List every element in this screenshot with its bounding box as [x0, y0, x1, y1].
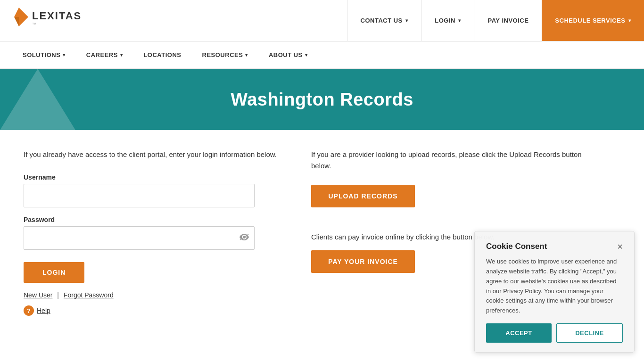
username-group: Username: [24, 173, 283, 207]
locations-nav[interactable]: LOCATIONS: [135, 41, 190, 68]
hero-bg-shape: [0, 69, 75, 130]
cookie-close-button[interactable]: ×: [617, 242, 623, 251]
schedule-services-label: SCHEDULE SERVICES: [555, 17, 625, 24]
top-navigation: LEXITAS ™ CONTACT US ▾ LOGIN ▾ PAY INVOI…: [0, 0, 644, 41]
top-nav-links: CONTACT US ▾ LOGIN ▾ PAY INVOICE SCHEDUL…: [347, 0, 644, 41]
help-icon: ?: [24, 305, 34, 316]
forgot-password-link[interactable]: Forgot Password: [64, 291, 114, 299]
login-panel: If you already have access to the client…: [24, 149, 283, 316]
contact-us-chevron: ▾: [405, 18, 408, 23]
toggle-password-icon[interactable]: [239, 234, 249, 242]
resources-nav[interactable]: RESOURCES ▾: [194, 41, 256, 68]
careers-chevron: ▾: [120, 52, 123, 58]
password-wrapper: [24, 226, 255, 250]
careers-label: CAREERS: [86, 51, 118, 58]
cookie-decline-button[interactable]: DECLINE: [556, 323, 623, 335]
pay-invoice-button[interactable]: PAY YOUR INVOICE: [311, 250, 415, 273]
password-group: Password: [24, 216, 283, 250]
cookie-header: Cookie Consent ×: [486, 242, 623, 251]
username-input[interactable]: [24, 184, 255, 207]
upload-records-button[interactable]: UPLOAD RECORDS: [311, 185, 415, 207]
resources-label: RESOURCES: [202, 51, 243, 58]
logo-area: LEXITAS ™: [0, 0, 347, 41]
about-us-chevron: ▾: [305, 52, 308, 58]
contact-us-nav[interactable]: CONTACT US ▾: [347, 0, 421, 41]
schedule-services-nav[interactable]: SCHEDULE SERVICES ▾: [542, 0, 644, 41]
login-button[interactable]: LOGIN: [24, 262, 84, 283]
link-separator: |: [57, 291, 59, 299]
help-link[interactable]: ? Help: [24, 305, 283, 316]
about-us-label: ABOUT US: [269, 51, 303, 58]
schedule-chevron: ▾: [628, 18, 631, 23]
new-user-link[interactable]: New User: [24, 291, 52, 299]
cookie-accept-button[interactable]: ACCEPT: [486, 323, 552, 335]
provider-description: If you are a provider looking to upload …: [311, 149, 594, 172]
page-title: Washington Records: [231, 90, 413, 110]
about-us-nav[interactable]: ABOUT US ▾: [260, 41, 316, 68]
pay-invoice-label: PAY INVOICE: [487, 17, 528, 24]
password-input[interactable]: [24, 226, 255, 250]
cookie-consent-modal: Cookie Consent × We use cookies to impro…: [474, 231, 635, 335]
form-links: New User | Forgot Password: [24, 291, 283, 299]
help-label: Help: [37, 307, 50, 314]
solutions-nav[interactable]: SOLUTIONS ▾: [14, 41, 74, 68]
cookie-text: We use cookies to improve user experienc…: [486, 257, 623, 316]
careers-nav[interactable]: CAREERS ▾: [78, 41, 132, 68]
login-nav[interactable]: LOGIN ▾: [421, 0, 474, 41]
contact-us-label: CONTACT US: [361, 17, 403, 24]
login-chevron: ▾: [458, 18, 461, 23]
pay-invoice-nav[interactable]: PAY INVOICE: [474, 0, 542, 41]
svg-text:LEXITAS: LEXITAS: [32, 10, 82, 22]
locations-label: LOCATIONS: [143, 51, 181, 58]
password-label: Password: [24, 216, 283, 223]
username-label: Username: [24, 173, 283, 181]
hero-banner: Washington Records: [0, 69, 644, 130]
login-label: LOGIN: [435, 17, 455, 24]
login-description: If you already have access to the client…: [24, 149, 283, 160]
cookie-title: Cookie Consent: [486, 242, 547, 251]
lexitas-logo[interactable]: LEXITAS ™: [14, 8, 90, 33]
cookie-buttons: ACCEPT DECLINE: [486, 323, 623, 335]
svg-text:™: ™: [32, 22, 36, 26]
solutions-chevron: ▾: [63, 52, 66, 58]
resources-chevron: ▾: [245, 52, 248, 58]
secondary-navigation: SOLUTIONS ▾ CAREERS ▾ LOCATIONS RESOURCE…: [0, 41, 644, 69]
solutions-label: SOLUTIONS: [23, 51, 60, 58]
svg-marker-2: [19, 8, 28, 26]
